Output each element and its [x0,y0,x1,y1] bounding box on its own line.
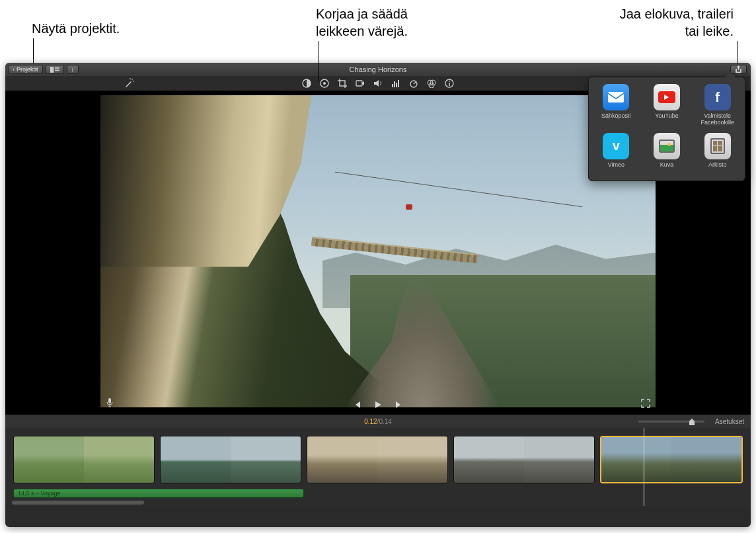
callout-share: Jaa elokuva, traileri tai leike. [620,5,734,40]
download-arrow-icon: ↓ [71,66,75,73]
play-button[interactable] [373,400,383,412]
svg-rect-8 [394,81,395,87]
svg-rect-2 [55,69,59,71]
preview-frame [100,95,656,407]
import-button[interactable]: ↓ [67,65,79,74]
svg-rect-9 [396,83,397,87]
color-balance-icon[interactable] [302,79,311,88]
fullscreen-icon[interactable] [641,399,650,411]
svg-rect-7 [392,84,393,87]
audio-track[interactable]: 14,5 s – Voyage [13,489,304,498]
share-option-mail[interactable]: Sähköposti [593,84,640,126]
crop-icon[interactable] [338,79,347,88]
share-label: Kuva [660,162,674,174]
magic-wand-icon[interactable] [124,77,135,90]
callout-projects: Näytä projektit. [32,20,120,37]
stabilize-icon[interactable] [356,79,365,88]
share-option-image[interactable]: Kuva [644,133,691,174]
share-label: Arkisto [708,162,727,174]
equalizer-icon[interactable] [391,79,400,88]
file-icon [704,133,731,159]
svg-rect-10 [398,80,399,87]
project-title: Chasing Horizons [350,65,407,73]
svg-rect-16 [449,83,449,86]
timeline-clip[interactable] [13,436,155,483]
timeline-zoom-slider[interactable] [638,421,704,423]
library-toggle-button[interactable] [46,65,64,74]
timeline-clip[interactable] [160,436,301,483]
titlebar: ‹ Projektit ↓ Chasing Horizons [5,63,751,76]
timeline-scrollbar[interactable] [12,501,144,505]
svg-point-5 [323,82,326,85]
playhead[interactable] [644,428,644,506]
prev-frame-button[interactable] [352,400,361,412]
share-label: Sähköposti [601,113,631,125]
share-option-facebook[interactable]: f Valmistele Facebookille [694,84,741,126]
share-label: YouTube [655,113,678,125]
transport-controls [5,400,751,412]
image-icon [654,133,680,159]
timeline-clip[interactable]: ▸◂ [453,436,595,483]
share-label: Vimeo [608,162,624,174]
timeline-zoom-thumb[interactable] [689,419,695,425]
clip-row: ▸◂ ▸◂ [13,436,743,483]
timeline-clip-selected[interactable]: ▸◂ [600,436,743,483]
next-frame-button[interactable] [395,400,404,412]
svg-rect-6 [356,81,362,86]
timecode-current: 0.12 [364,418,377,425]
timecode-total: 0.14 [379,418,391,425]
audio-track-label: 14,5 s – Voyage [18,490,61,497]
info-icon[interactable] [445,79,454,88]
projects-back-button[interactable]: ‹ Projektit [8,65,43,74]
filter-icon[interactable] [427,79,436,88]
share-popover: Sähköposti YouTube f Valmistele Facebook… [588,77,745,181]
library-icon [50,67,59,73]
share-option-youtube[interactable]: YouTube [644,84,691,126]
svg-rect-0 [50,67,54,73]
speed-icon[interactable] [409,79,418,88]
svg-rect-17 [449,81,449,82]
share-option-file[interactable]: Arkisto [694,133,741,174]
volume-icon[interactable] [373,79,383,88]
timeline-clip[interactable] [307,436,448,483]
facebook-icon: f [704,84,731,110]
svg-rect-19 [608,92,624,102]
annotation-layer: Näytä projektit. Korjaa ja säädä leikkee… [0,0,756,63]
svg-rect-1 [55,67,59,69]
callout-color: Korjaa ja säädä leikkeen värejä. [316,5,408,40]
share-icon [735,65,742,73]
share-option-vimeo[interactable]: v Vimeo [593,133,640,174]
color-wheel-icon[interactable] [320,79,329,88]
timecode-bar: 0.12 / 0.14 Asetukset [5,415,751,428]
timeline[interactable]: ▸◂ ▸◂ 14,5 s – Voyage [5,428,751,506]
mail-icon [603,84,629,110]
settings-button[interactable]: Asetukset [715,418,744,425]
chevron-left-icon: ‹ [13,66,15,73]
share-label: Valmistele Facebookille [700,113,734,126]
youtube-icon [654,84,680,110]
vimeo-icon: v [603,133,629,159]
projects-back-label: Projektit [17,66,38,73]
